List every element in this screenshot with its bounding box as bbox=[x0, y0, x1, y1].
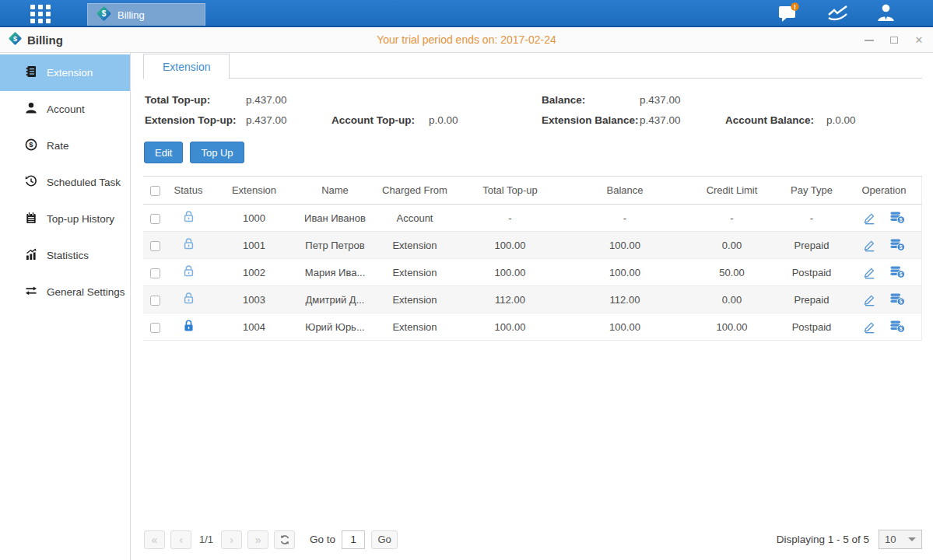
locked-icon bbox=[183, 319, 195, 332]
billing-window-icon: $ bbox=[8, 31, 23, 49]
account-topup-label: Account Top-up: bbox=[331, 114, 429, 126]
edit-button[interactable]: Edit bbox=[144, 142, 183, 163]
user-account-icon[interactable] bbox=[876, 3, 896, 23]
edit-row-icon[interactable] bbox=[863, 293, 876, 306]
toolbar: Edit Top Up bbox=[144, 142, 922, 163]
row-checkbox[interactable] bbox=[150, 214, 160, 224]
unlocked-icon bbox=[183, 292, 195, 305]
billing-app-icon: $ bbox=[96, 5, 112, 25]
edit-row-icon[interactable] bbox=[863, 266, 876, 279]
sidebar-item-label: General Settings bbox=[47, 286, 125, 298]
extension-status bbox=[167, 259, 210, 286]
cell-charged-from: Extension bbox=[372, 313, 458, 341]
cell-pay-type: Prepaid bbox=[777, 286, 847, 313]
table-row: 1002Мария Ива...Extension100.00100.0050.… bbox=[143, 259, 922, 286]
sidebar-item-label: Statistics bbox=[47, 250, 89, 261]
cell-charged-from: Extension bbox=[372, 286, 458, 313]
sidebar-item-account[interactable]: Account bbox=[0, 91, 130, 128]
table-header-row: Status Extension Name Charged From Total… bbox=[143, 177, 922, 205]
extension-status bbox=[167, 232, 210, 259]
taskbar-tab-label: Billing bbox=[118, 9, 145, 21]
app-grid-icon[interactable] bbox=[30, 4, 51, 24]
row-checkbox[interactable] bbox=[150, 296, 160, 306]
first-page-button[interactable] bbox=[144, 530, 165, 549]
sidebar-item-scheduled-task[interactable]: Scheduled Task bbox=[0, 164, 130, 201]
edit-row-icon[interactable] bbox=[863, 320, 876, 334]
maximize-icon[interactable] bbox=[888, 34, 900, 47]
col-extension: Extension bbox=[210, 177, 298, 205]
statistics-chart-icon[interactable] bbox=[826, 4, 850, 23]
cell-charged-from: Account bbox=[372, 205, 458, 232]
sidebar: Extension Account $ Rate bbox=[0, 53, 131, 560]
extension-status bbox=[167, 205, 210, 232]
svg-text:$: $ bbox=[900, 271, 903, 278]
extension-status bbox=[167, 313, 210, 341]
cell-credit-limit: 50.00 bbox=[687, 259, 777, 286]
trial-notice: Your trial period ends on: 2017-02-24 bbox=[377, 33, 556, 46]
cell-credit-limit: 0.00 bbox=[687, 286, 777, 313]
row-checkbox[interactable] bbox=[150, 268, 160, 278]
dollar-circle-icon: $ bbox=[25, 138, 37, 153]
prev-page-button[interactable] bbox=[170, 530, 191, 549]
svg-text:$: $ bbox=[900, 217, 903, 223]
extension-book-icon bbox=[25, 65, 37, 80]
sidebar-item-label: Extension bbox=[47, 67, 93, 79]
sidebar-item-statistics[interactable]: Statistics bbox=[0, 237, 130, 274]
messages-icon[interactable]: ! bbox=[778, 2, 800, 23]
topup-row-icon[interactable]: $ bbox=[890, 293, 905, 306]
page-indicator: 1/1 bbox=[199, 534, 213, 545]
cell-extension: 1002 bbox=[210, 259, 298, 286]
cell-balance: 112.00 bbox=[563, 286, 687, 313]
select-all-checkbox[interactable] bbox=[150, 186, 160, 196]
page-size-select[interactable]: 10 bbox=[879, 530, 922, 549]
next-page-button[interactable] bbox=[221, 530, 242, 549]
balance-summary: Total Top-up: p.437.00 Balance: p.437.00… bbox=[145, 94, 922, 126]
cell-pay-type: Postpaid bbox=[777, 313, 847, 341]
refresh-icon[interactable] bbox=[274, 530, 295, 549]
top-up-button[interactable]: Top Up bbox=[190, 142, 244, 163]
cell-name: Петр Петров bbox=[298, 232, 372, 259]
extension-balance-value: p.437.00 bbox=[640, 114, 725, 126]
table-row: 1003Дмитрий Д...Extension112.00112.000.0… bbox=[143, 286, 922, 313]
minimize-icon[interactable] bbox=[863, 34, 875, 47]
total-topup-label: Total Top-up: bbox=[145, 94, 246, 106]
sidebar-item-label: Scheduled Task bbox=[47, 177, 121, 188]
row-checkbox[interactable] bbox=[150, 323, 160, 333]
unlocked-icon bbox=[183, 237, 195, 250]
content-panel: Extension Total Top-up: p.437.00 Balance… bbox=[131, 53, 933, 560]
person-icon bbox=[25, 102, 37, 117]
col-operation: Operation bbox=[847, 177, 922, 205]
close-icon[interactable] bbox=[913, 34, 925, 47]
table-row: 1000Иван ИвановAccount----$ bbox=[143, 205, 922, 232]
goto-page-input[interactable] bbox=[342, 530, 365, 549]
cell-balance: - bbox=[563, 205, 687, 232]
topup-row-icon[interactable]: $ bbox=[890, 212, 905, 224]
unlocked-icon bbox=[183, 264, 195, 278]
sidebar-item-topup-history[interactable]: Top-up History bbox=[0, 201, 130, 237]
last-page-button[interactable] bbox=[247, 530, 268, 549]
tab-extension[interactable]: Extension bbox=[143, 54, 230, 79]
go-button[interactable]: Go bbox=[371, 530, 398, 549]
cell-name: Мария Ива... bbox=[298, 259, 372, 286]
notepad-icon bbox=[25, 212, 37, 226]
cell-total-topup: 112.00 bbox=[458, 286, 563, 313]
taskbar-tab-billing[interactable]: $ Billing bbox=[87, 3, 205, 26]
sidebar-item-general-settings[interactable]: General Settings bbox=[0, 274, 130, 310]
svg-text:$: $ bbox=[900, 326, 903, 332]
table-row: 1001Петр ПетровExtension100.00100.000.00… bbox=[143, 232, 922, 259]
topup-row-icon[interactable]: $ bbox=[890, 266, 905, 278]
sidebar-item-rate[interactable]: $ Rate bbox=[0, 128, 130, 164]
col-credit-limit: Credit Limit bbox=[687, 177, 777, 205]
row-checkbox[interactable] bbox=[150, 241, 160, 251]
cell-total-topup: 100.00 bbox=[458, 232, 563, 259]
sidebar-item-extension[interactable]: Extension bbox=[0, 54, 130, 91]
cell-balance: 100.00 bbox=[563, 232, 687, 259]
col-total-topup: Total Top-up bbox=[458, 177, 563, 205]
edit-row-icon[interactable] bbox=[863, 239, 876, 252]
topup-row-icon[interactable]: $ bbox=[890, 239, 905, 251]
total-topup-value: p.437.00 bbox=[246, 94, 331, 106]
topup-row-icon[interactable]: $ bbox=[890, 320, 905, 333]
balance-value: p.437.00 bbox=[640, 94, 725, 106]
edit-row-icon[interactable] bbox=[863, 212, 876, 225]
col-status: Status bbox=[167, 177, 210, 205]
